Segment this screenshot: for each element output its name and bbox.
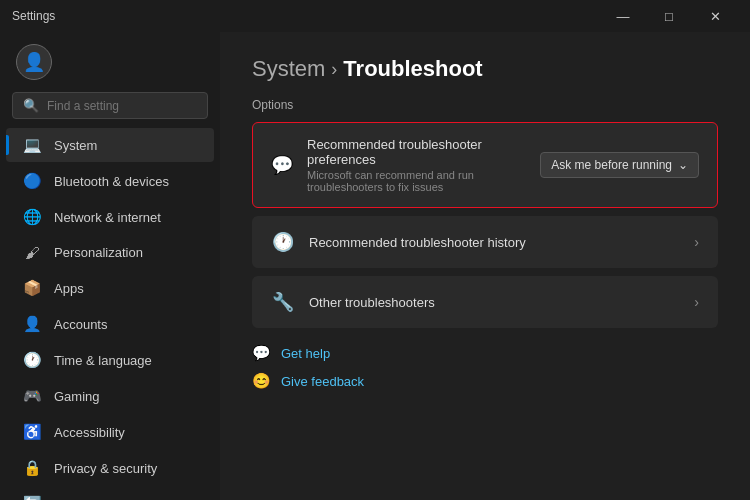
- avatar-icon: 👤: [23, 51, 45, 73]
- avatar: 👤: [16, 44, 52, 80]
- give-feedback-link[interactable]: 😊 Give feedback: [252, 372, 718, 390]
- give-feedback-icon: 😊: [252, 372, 271, 390]
- search-icon: 🔍: [23, 98, 39, 113]
- links-section: 💬 Get help 😊 Give feedback: [252, 344, 718, 390]
- breadcrumb: System › Troubleshoot: [252, 56, 718, 82]
- history-icon: 🕐: [271, 231, 295, 253]
- history-text: Recommended troubleshooter history: [309, 235, 526, 250]
- other-icon: 🔧: [271, 291, 295, 313]
- breadcrumb-current: Troubleshoot: [343, 56, 482, 82]
- update-icon: 🔄: [22, 495, 42, 500]
- sidebar-label-system: System: [54, 138, 97, 153]
- sidebar-label-accounts: Accounts: [54, 317, 107, 332]
- content-area: System › Troubleshoot Options 💬 Recommen…: [220, 32, 750, 500]
- sidebar-label-accessibility: Accessibility: [54, 425, 125, 440]
- prefs-text: Recommended troubleshooter preferences M…: [307, 137, 540, 193]
- privacy-icon: 🔒: [22, 459, 42, 477]
- main-layout: 👤 🔍 💻 System 🔵 Bluetooth & devices 🌐 Net…: [0, 32, 750, 500]
- sidebar-label-gaming: Gaming: [54, 389, 100, 404]
- other-chevron-icon: ›: [694, 294, 699, 310]
- sidebar-item-time[interactable]: 🕐 Time & language: [6, 343, 214, 377]
- card-left-prefs: 💬 Recommended troubleshooter preferences…: [271, 137, 540, 193]
- system-icon: 💻: [22, 136, 42, 154]
- sidebar-item-network[interactable]: 🌐 Network & internet: [6, 200, 214, 234]
- history-chevron-icon: ›: [694, 234, 699, 250]
- prefs-subtitle: Microsoft can recommend and run troubles…: [307, 169, 540, 193]
- avatar-section: 👤: [0, 32, 220, 88]
- prefs-icon: 💬: [271, 154, 293, 176]
- prefs-title: Recommended troubleshooter preferences: [307, 137, 540, 167]
- history-title: Recommended troubleshooter history: [309, 235, 526, 250]
- recommended-history-card[interactable]: 🕐 Recommended troubleshooter history ›: [252, 216, 718, 268]
- recommended-prefs-card[interactable]: 💬 Recommended troubleshooter preferences…: [252, 122, 718, 208]
- dropdown-chevron-icon: ⌄: [678, 158, 688, 172]
- personalization-icon: 🖌: [22, 244, 42, 261]
- sidebar-item-accounts[interactable]: 👤 Accounts: [6, 307, 214, 341]
- get-help-label: Get help: [281, 346, 330, 361]
- sidebar-item-privacy[interactable]: 🔒 Privacy & security: [6, 451, 214, 485]
- sidebar-label-update: Windows Update: [54, 497, 152, 501]
- network-icon: 🌐: [22, 208, 42, 226]
- sidebar: 👤 🔍 💻 System 🔵 Bluetooth & devices 🌐 Net…: [0, 32, 220, 500]
- accounts-icon: 👤: [22, 315, 42, 333]
- title-bar: Settings — □ ✕: [0, 0, 750, 32]
- search-input[interactable]: [47, 99, 197, 113]
- section-label: Options: [252, 98, 718, 112]
- other-troubleshooters-card[interactable]: 🔧 Other troubleshooters ›: [252, 276, 718, 328]
- sidebar-item-bluetooth[interactable]: 🔵 Bluetooth & devices: [6, 164, 214, 198]
- sidebar-item-accessibility[interactable]: ♿ Accessibility: [6, 415, 214, 449]
- title-bar-controls: — □ ✕: [600, 0, 738, 32]
- sidebar-label-apps: Apps: [54, 281, 84, 296]
- sidebar-item-gaming[interactable]: 🎮 Gaming: [6, 379, 214, 413]
- card-left-other: 🔧 Other troubleshooters: [271, 291, 435, 313]
- other-text: Other troubleshooters: [309, 295, 435, 310]
- sidebar-item-personalization[interactable]: 🖌 Personalization: [6, 236, 214, 269]
- bluetooth-icon: 🔵: [22, 172, 42, 190]
- sidebar-label-network: Network & internet: [54, 210, 161, 225]
- get-help-icon: 💬: [252, 344, 271, 362]
- breadcrumb-arrow: ›: [331, 59, 337, 80]
- sidebar-item-update[interactable]: 🔄 Windows Update: [6, 487, 214, 500]
- minimize-button[interactable]: —: [600, 0, 646, 32]
- give-feedback-label: Give feedback: [281, 374, 364, 389]
- title-bar-left: Settings: [12, 9, 55, 23]
- get-help-link[interactable]: 💬 Get help: [252, 344, 718, 362]
- other-title: Other troubleshooters: [309, 295, 435, 310]
- card-left-history: 🕐 Recommended troubleshooter history: [271, 231, 526, 253]
- accessibility-icon: ♿: [22, 423, 42, 441]
- sidebar-label-bluetooth: Bluetooth & devices: [54, 174, 169, 189]
- apps-icon: 📦: [22, 279, 42, 297]
- sidebar-item-apps[interactable]: 📦 Apps: [6, 271, 214, 305]
- time-icon: 🕐: [22, 351, 42, 369]
- search-box[interactable]: 🔍: [12, 92, 208, 119]
- sidebar-label-time: Time & language: [54, 353, 152, 368]
- prefs-dropdown[interactable]: Ask me before running ⌄: [540, 152, 699, 178]
- breadcrumb-system: System: [252, 56, 325, 82]
- dropdown-label: Ask me before running: [551, 158, 672, 172]
- sidebar-label-privacy: Privacy & security: [54, 461, 157, 476]
- sidebar-item-system[interactable]: 💻 System: [6, 128, 214, 162]
- gaming-icon: 🎮: [22, 387, 42, 405]
- maximize-button[interactable]: □: [646, 0, 692, 32]
- sidebar-label-personalization: Personalization: [54, 245, 143, 260]
- settings-title: Settings: [12, 9, 55, 23]
- close-button[interactable]: ✕: [692, 0, 738, 32]
